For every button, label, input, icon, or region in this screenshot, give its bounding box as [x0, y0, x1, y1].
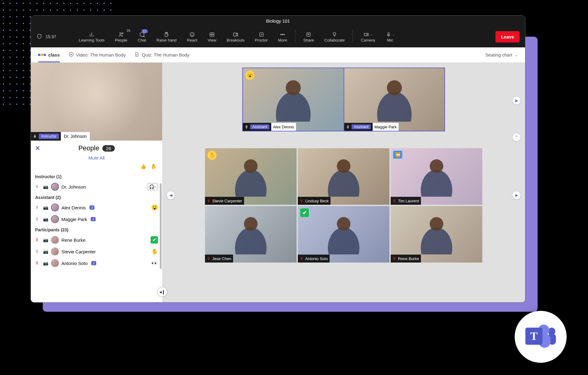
side-panel: Instructor Dr. Johnson ✕ People 26 Mute … [31, 63, 162, 302]
titlebar: Biology 101 [31, 16, 525, 26]
video-tab[interactable]: Video: The Human Body [68, 52, 126, 58]
camera-button[interactable]: ⌄ Camera [356, 30, 379, 44]
document-icon [134, 52, 140, 58]
avatar [51, 248, 59, 256]
mute-all-button[interactable]: Mute All [31, 153, 162, 164]
person-row[interactable]: 🎙 📷 Maggie Park 2 [31, 213, 162, 225]
collaborate-button[interactable]: Collaborate [320, 30, 349, 44]
tile-name: Lindsay Beck [305, 199, 329, 203]
microphone-muted-icon: 🎙 [393, 256, 396, 261]
person-name: Rene Burke [61, 237, 86, 243]
video-tile[interactable]: ⏪🎙Tim Laurent [391, 148, 482, 205]
eyes-emoji: 👀 [151, 260, 158, 267]
hand-sort-icon[interactable]: ✋ [151, 164, 157, 169]
person-row[interactable]: 🎙 📷 Alex Dennis 3 😮 [31, 202, 162, 213]
react-button[interactable]: React [183, 30, 202, 44]
breakouts-button[interactable]: Breakouts [222, 30, 249, 44]
camera-icon: 📷 [43, 205, 49, 210]
people-count-badge: 26 [127, 29, 130, 32]
person-row[interactable]: 🎙 📷 Rene Burke ✔ [31, 234, 162, 246]
toolbar-divider [352, 30, 353, 42]
tile-name: Jese Chen [212, 256, 231, 261]
view-button[interactable]: View [203, 30, 221, 44]
grid-prev-button[interactable]: ◀ [166, 191, 175, 200]
svg-point-4 [193, 34, 193, 34]
chart-bars-icon [89, 31, 95, 38]
person-row[interactable]: 🎙 📷 Antonio Soto 2 👀 [31, 257, 162, 269]
collapse-assistants-button[interactable]: ⌃ [512, 133, 521, 142]
proctor-button[interactable]: Proctor [251, 30, 272, 44]
camera-icon: 📷 [43, 249, 49, 254]
camera-icon: 📷 [43, 217, 49, 222]
role-badge: Assistant [352, 124, 371, 129]
seating-chart-dropdown[interactable]: Seating chart ⌄ [485, 52, 518, 57]
reaction-bubble: ✔ [300, 208, 309, 217]
chat-count-chip: 2 [91, 261, 96, 265]
person-name: Maggie Park [61, 217, 87, 222]
hand-icon [163, 31, 170, 38]
microphone-icon: 🎙 [35, 205, 41, 210]
video-tile[interactable]: 🎙Assistant Maggie Park [344, 68, 444, 131]
video-tile[interactable]: 😮 🎙Assistant Alex Dennis [243, 68, 344, 131]
participant-grid: ✋🎙Stevie Carpenter🎙Lindsay Beck⏪🎙Tim Lau… [205, 148, 482, 263]
reaction-emoji: ✋ [151, 248, 158, 255]
assistant-row: 😮 🎙Assistant Alex Dennis 🎙Assistant Magg… [242, 68, 445, 131]
people-panel: ✕ People 26 Mute All 👍 ✋ Instructor (1) … [31, 141, 162, 302]
video-stage: 😮 🎙Assistant Alex Dennis 🎙Assistant Magg… [162, 63, 525, 302]
chat-count-chip: 2 [91, 217, 96, 221]
brand-tab[interactable]: class [38, 47, 60, 62]
headset-icon[interactable]: 🎧› [147, 183, 158, 190]
microphone-icon: ⌄ [385, 31, 395, 38]
chat-button[interactable]: Chat 17 [133, 30, 150, 44]
self-video-tile[interactable]: Instructor Dr. Johnson [31, 63, 162, 141]
more-icon [279, 31, 286, 38]
microphone-icon: 🎙 [35, 184, 41, 189]
microphone-icon: 🎙 [35, 217, 41, 222]
teams-logo-icon: T [525, 325, 556, 349]
video-tile[interactable]: 🎙Jese Chen [205, 206, 297, 263]
thumbs-up-sort-icon[interactable]: 👍 [140, 164, 146, 169]
close-icon[interactable]: ✕ [35, 145, 40, 152]
grid-next-button[interactable]: ▶ [512, 191, 521, 200]
people-icon [118, 31, 124, 38]
self-name: Dr. Johnson [61, 132, 90, 141]
group-participants-label: Participants (23) [31, 225, 162, 234]
microphone-icon: 🎙 [35, 249, 41, 254]
person-name: Dr. Johnson [61, 184, 86, 189]
quiz-tab[interactable]: Quiz: The Human Body [134, 52, 189, 58]
avatar [51, 236, 59, 244]
video-tile[interactable]: ✔🎙Antonio Soto [298, 206, 389, 263]
camera-icon: ⌄ [363, 31, 373, 38]
reaction-bubble: ✋ [207, 151, 217, 160]
raise-hand-button[interactable]: Raise hand [152, 30, 181, 44]
share-button[interactable]: Share [299, 30, 318, 44]
chat-count-chip: 3 [89, 205, 94, 210]
assistants-next-button[interactable]: ▶ [512, 96, 521, 105]
tile-name: Maggie Park [373, 123, 399, 131]
svg-point-10 [284, 34, 285, 35]
class-logo-icon [38, 54, 46, 56]
svg-point-8 [281, 34, 282, 35]
video-tile[interactable]: ✋🎙Stevie Carpenter [205, 148, 297, 205]
shield-icon [36, 33, 42, 40]
more-button[interactable]: More [274, 30, 291, 44]
camera-icon: 📷 [43, 184, 49, 189]
person-row[interactable]: 🎙 📷 Stevie Carpenter ✋ [31, 246, 162, 257]
reaction-bubble: 😮 [245, 71, 254, 80]
person-name: Antonio Soto [61, 261, 88, 266]
check-badge-icon: ✔ [151, 236, 158, 244]
mic-button[interactable]: ⌄ Mic [381, 30, 399, 44]
microphone-muted-icon: 🎙 [35, 237, 41, 242]
avatar [51, 215, 59, 223]
people-button[interactable]: People 26 [111, 30, 131, 44]
learning-tools-button[interactable]: Learning Tools [75, 30, 109, 44]
avatar [51, 259, 59, 267]
leave-button[interactable]: Leave [495, 31, 520, 42]
scrollbar-thumb[interactable] [160, 183, 162, 269]
video-tile[interactable]: 🎙Lindsay Beck [298, 148, 389, 205]
collapse-panel-button[interactable]: ◂❙ [157, 287, 167, 297]
person-row[interactable]: 🎙 📷 Dr. Johnson 🎧› [31, 181, 162, 193]
tile-name: Antonio Soto [305, 256, 328, 261]
video-tile[interactable]: 🎙Rene Burke [391, 206, 482, 263]
svg-point-0 [120, 33, 121, 34]
